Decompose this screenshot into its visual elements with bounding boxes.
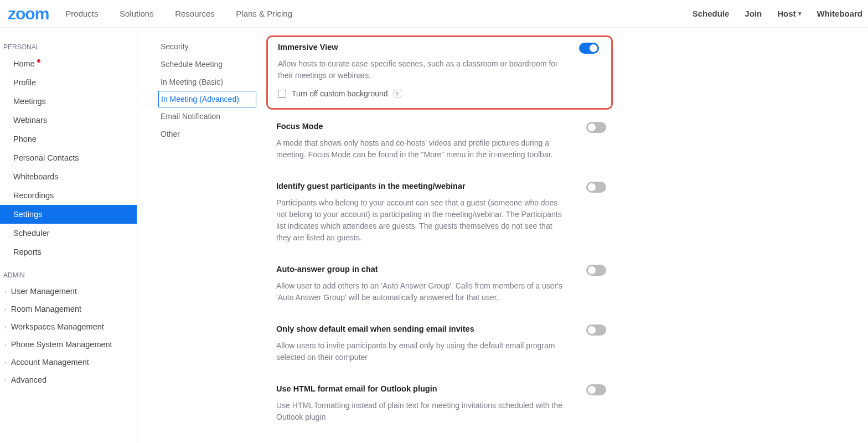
setting-description: Allow users to invite participants by em…	[276, 340, 564, 363]
setting-description: Allow hosts to curate case-specific scen…	[278, 58, 566, 81]
setting-title: Only show default email when sending ema…	[276, 324, 474, 333]
nav-solutions[interactable]: Solutions	[120, 9, 154, 18]
sidebar-item-whiteboards[interactable]: Whiteboards	[0, 167, 137, 186]
nav-plans-pricing[interactable]: Plans & Pricing	[236, 9, 292, 18]
setting-description: Participants who belong to your account …	[276, 197, 564, 244]
admin-section-label: ADMIN	[0, 267, 137, 282]
notification-dot-icon	[37, 59, 40, 63]
sidebar-item-scheduler[interactable]: Scheduler	[0, 224, 137, 243]
sidebar-item-meetings[interactable]: Meetings	[0, 92, 137, 111]
subnav-schedule-meeting[interactable]: Schedule Meeting	[158, 55, 256, 73]
admin-item-room-management[interactable]: ›Room Management	[0, 300, 137, 318]
sidebar-item-home[interactable]: Home	[0, 54, 137, 73]
setting-auto-answer-group-in-chat: Auto-answer group in chatAllow user to a…	[266, 265, 613, 319]
setting-description: Use HTML formatting instead of plain tex…	[276, 400, 564, 423]
admin-item-workspaces-management[interactable]: ›Workspaces Management	[0, 318, 137, 336]
chevron-right-icon: ›	[4, 306, 7, 312]
nav-schedule[interactable]: Schedule	[693, 9, 730, 18]
chevron-right-icon: ›	[4, 377, 7, 383]
subnav-other[interactable]: Other	[158, 125, 256, 143]
setting-focus-mode: Focus ModeA mode that shows only hosts a…	[266, 122, 613, 176]
checkbox-label: Turn off custom background	[292, 89, 388, 98]
settings-subnav: SecuritySchedule MeetingIn Meeting (Basi…	[137, 28, 256, 443]
setting-only-show-default-email-when-sending-email-invites: Only show default email when sending ema…	[266, 324, 613, 379]
sidebar-item-reports[interactable]: Reports	[0, 243, 137, 261]
setting-identify-guest-participants-in-the-meeting-webinar: Identify guest participants in the meeti…	[266, 182, 613, 259]
settings-content: Immersive ViewAllow hosts to curate case…	[256, 28, 868, 443]
setting-use-html-format-email-for-outlook-plugin: Use HTML format email for Outlook plugin…	[266, 384, 613, 439]
toggle-switch[interactable]	[586, 384, 606, 395]
nav-host[interactable]: Host▾	[777, 9, 801, 18]
setting-description: A mode that shows only hosts and co-host…	[276, 137, 564, 161]
sidebar-item-recordings[interactable]: Recordings	[0, 186, 137, 205]
chevron-right-icon: ›	[4, 359, 7, 365]
sidebar-item-personal-contacts[interactable]: Personal Contacts	[0, 148, 137, 167]
topbar: zoom Products Solutions Resources Plans …	[0, 0, 868, 28]
checkbox-turn-off-custom-background[interactable]	[278, 90, 286, 98]
admin-item-phone-system-management[interactable]: ›Phone System Management	[0, 336, 137, 353]
sidebar-item-webinars[interactable]: Webinars	[0, 111, 137, 130]
toggle-switch[interactable]	[586, 265, 606, 276]
setting-title: Focus Mode	[276, 122, 323, 131]
subnav-email-notification[interactable]: Email Notification	[158, 107, 256, 125]
sidebar-item-phone[interactable]: Phone	[0, 130, 137, 148]
nav-resources[interactable]: Resources	[175, 9, 215, 18]
setting-title: Identify guest participants in the meeti…	[276, 182, 466, 190]
sidebar-item-profile[interactable]: Profile	[0, 73, 137, 92]
topnav-right: Schedule Join Host▾ Whiteboard	[693, 9, 862, 18]
topnav-left: Products Solutions Resources Plans & Pri…	[65, 9, 311, 19]
personal-section-label: PERSONAL	[0, 39, 137, 54]
subnav-security[interactable]: Security	[158, 38, 256, 55]
chevron-down-icon: ▾	[798, 10, 802, 17]
setting-title: Immersive View	[278, 43, 338, 51]
left-sidebar: PERSONAL HomeProfileMeetingsWebinarsPhon…	[0, 28, 137, 443]
toggle-switch[interactable]	[586, 182, 606, 193]
admin-item-account-management[interactable]: ›Account Management	[0, 353, 137, 371]
setting-immersive-view: Immersive ViewAllow hosts to curate case…	[266, 35, 613, 110]
setting-title: Auto-answer group in chat	[276, 265, 378, 274]
nav-products[interactable]: Products	[65, 9, 98, 18]
admin-item-advanced[interactable]: ›Advanced	[0, 371, 137, 389]
zoom-logo: zoom	[8, 4, 49, 23]
subnav-in-meeting-advanced-[interactable]: In Meeting (Advanced)	[158, 91, 256, 107]
admin-item-user-management[interactable]: ›User Management	[0, 282, 137, 300]
chevron-right-icon: ›	[4, 323, 7, 330]
chevron-right-icon: ›	[4, 341, 7, 348]
nav-whiteboard[interactable]: Whiteboard	[817, 9, 863, 18]
toggle-switch[interactable]	[579, 43, 599, 54]
info-icon[interactable]: ⎘	[394, 90, 401, 97]
toggle-switch[interactable]	[586, 324, 606, 336]
subnav-in-meeting-basic-[interactable]: In Meeting (Basic)	[158, 73, 256, 91]
chevron-right-icon: ›	[4, 288, 7, 295]
toggle-switch[interactable]	[586, 122, 606, 133]
checkbox-row: Turn off custom background⎘	[278, 89, 606, 98]
sidebar-item-settings[interactable]: Settings	[0, 205, 137, 224]
setting-title: Use HTML format email for Outlook plugin	[276, 384, 437, 393]
nav-join[interactable]: Join	[745, 9, 762, 18]
setting-description: Allow user to add others to an 'Auto Ans…	[276, 280, 564, 303]
